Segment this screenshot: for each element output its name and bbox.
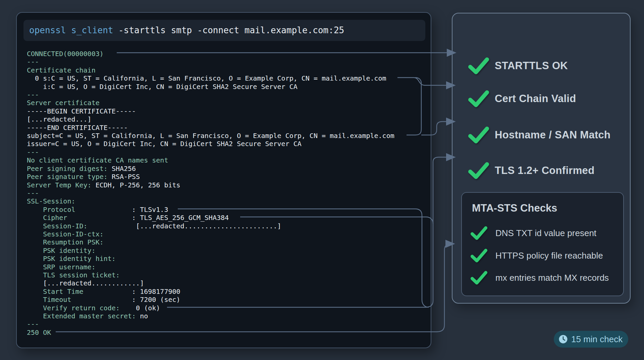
terminal-line: --- (27, 320, 394, 328)
check-row-tls-version: TLS 1.2+ Confirmed (468, 162, 594, 179)
results-panel: STARTTLS OK Cert Chain Valid Hostname / … (452, 13, 631, 304)
terminal-line: -----BEGIN CERTIFICATE----- (27, 107, 394, 115)
check-icon (468, 90, 489, 107)
check-icon (470, 271, 488, 285)
terminal-line: [...redacted............] (27, 279, 394, 287)
check-label: STARTTLS OK (495, 60, 568, 72)
check-icon (470, 249, 488, 263)
interval-badge-label: 15 min check (571, 334, 623, 345)
terminal-line: Resumption PSK: (27, 238, 394, 246)
terminal-output: CONNECTED(00000003)---Certificate chain … (27, 50, 394, 336)
terminal-line: TLS session ticket: (27, 271, 394, 279)
mta-row-mx-entries: mx entries match MX records (470, 271, 609, 285)
mta-check-label: HTTPS policy file reachable (495, 251, 603, 261)
check-label: Hostname / SAN Match (495, 129, 610, 141)
terminal-line: Timeout : 7200 (sec) (27, 296, 394, 304)
terminal-line: --- (27, 148, 394, 156)
terminal-line: Cipher : TLS_AES_256_GCM_SHA384 (27, 214, 394, 222)
check-row-hostname-san: Hostname / SAN Match (468, 126, 610, 144)
mta-sts-title: MTA-STS Checks (472, 202, 557, 214)
terminal-line: i:C = US, O = DigiCert Inc, CN = DigiCer… (27, 83, 394, 91)
terminal-line: --- (27, 58, 394, 66)
check-icon (470, 226, 488, 240)
mta-row-https-policy: HTTPS policy file reachable (470, 249, 603, 263)
terminal-line: 0 s:C = US, ST = California, L = San Fra… (27, 74, 394, 82)
terminal-line: Server certificate (27, 99, 394, 107)
terminal-line: -----END CERTIFICATE----- (27, 124, 394, 132)
diagram-canvas: openssl s_client -starttls smtp -connect… (0, 0, 644, 360)
interval-badge: 15 min check (554, 331, 628, 348)
terminal-line: Protocol : TLSv1.3 (27, 206, 394, 214)
terminal-line: Verify return code: 0 (ok) (27, 304, 394, 312)
terminal-line: Peer signing digest: SHA256 (27, 165, 394, 173)
mta-check-label: mx entries match MX records (495, 273, 609, 283)
terminal-line: subject=C = US, ST = California, L = San… (27, 132, 394, 140)
command-binary: openssl s_client (29, 25, 113, 35)
terminal-line: SRP username: (27, 263, 394, 271)
terminal-line: [...redacted...] (27, 115, 394, 123)
command-bar: openssl s_client -starttls smtp -connect… (23, 20, 425, 41)
terminal-line: PSK identity: (27, 246, 394, 255)
check-label: Cert Chain Valid (495, 93, 576, 105)
terminal-line: SSL-Session: (27, 197, 394, 205)
command-text: openssl s_client -starttls smtp -connect… (23, 20, 344, 41)
check-label: TLS 1.2+ Confirmed (495, 165, 594, 177)
clock-icon (558, 334, 568, 344)
terminal-line: Start Time : 1698177900 (27, 287, 394, 296)
terminal-line: --- (27, 189, 394, 197)
terminal-line: Extended master secret: no (27, 312, 394, 320)
terminal-line: 250 OK (27, 328, 394, 336)
check-icon (468, 57, 489, 75)
terminal-line: --- (27, 91, 394, 99)
terminal-line: Session-ID-ctx: (27, 230, 394, 238)
terminal-line: Session-ID: [...redacted................… (27, 222, 394, 230)
check-row-starttls: STARTTLS OK (468, 57, 568, 75)
terminal-line: Peer signature type: RSA-PSS (27, 173, 394, 181)
check-icon (468, 126, 489, 144)
check-row-cert-chain: Cert Chain Valid (468, 90, 576, 107)
terminal-line: PSK identity hint: (27, 255, 394, 263)
terminal-line: No client certificate CA names sent (27, 156, 394, 164)
mta-row-dns-txt: DNS TXT id value present (470, 226, 596, 240)
terminal-line: issuer=C = US, O = DigiCert Inc, CN = Di… (27, 140, 394, 148)
mta-check-label: DNS TXT id value present (495, 228, 596, 238)
terminal-line: Server Temp Key: ECDH, P-256, 256 bits (27, 181, 394, 189)
terminal-window: openssl s_client -starttls smtp -connect… (16, 12, 431, 348)
mta-sts-panel: MTA-STS Checks DNS TXT id value present … (461, 192, 624, 296)
command-args: -starttls smtp -connect mail.example.com… (113, 25, 344, 35)
terminal-line: Certificate chain (27, 66, 394, 74)
check-icon (468, 162, 489, 179)
terminal-line: CONNECTED(00000003) (27, 50, 394, 58)
